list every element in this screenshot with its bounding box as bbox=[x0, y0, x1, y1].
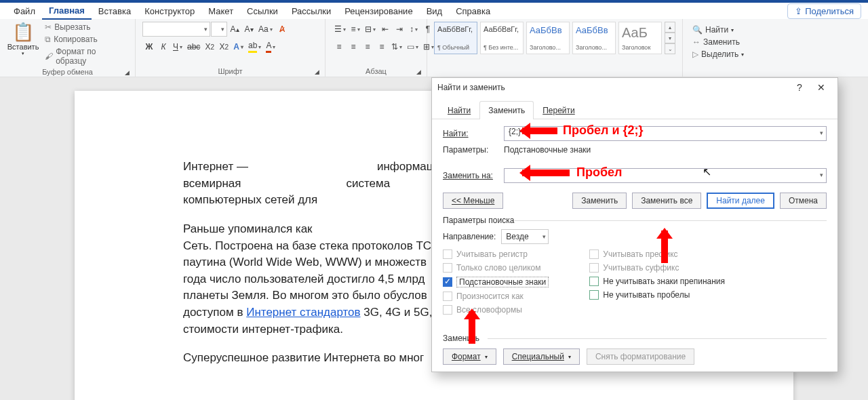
checkbox-label: Учитывать суффикс bbox=[603, 263, 679, 273]
replace-all-button[interactable]: Заменить все bbox=[632, 193, 701, 209]
params-value: Подстановочные знаки bbox=[504, 145, 591, 155]
dialog-launcher-icon[interactable]: ◢ bbox=[125, 69, 130, 76]
grow-font-button[interactable]: A▴ bbox=[228, 22, 241, 37]
line-spacing-button[interactable]: ⇅ bbox=[389, 39, 404, 54]
shading-button[interactable]: ▭ bbox=[405, 39, 420, 54]
cancel-button[interactable]: Отмена bbox=[780, 193, 827, 209]
style-nospacing[interactable]: АаБбВвГг,¶ Без инте... bbox=[480, 22, 524, 54]
copy-button[interactable]: ⧉Копировать bbox=[42, 34, 128, 45]
checkbox-box bbox=[443, 263, 452, 273]
italic-button[interactable]: К bbox=[157, 39, 170, 54]
style-normal[interactable]: АаБбВвГг,¶ Обычный bbox=[434, 22, 477, 54]
style-heading1[interactable]: АаБбВвЗаголово... bbox=[526, 22, 570, 54]
bullets-button[interactable]: ☰ bbox=[332, 22, 348, 37]
text-effects-button[interactable]: A bbox=[231, 39, 245, 54]
dialog-title-bar[interactable]: Найти и заменить ? ✕ bbox=[432, 78, 837, 97]
checkbox-option[interactable]: Не учитывать пробелы bbox=[589, 290, 725, 300]
replace-button[interactable]: ↔Заменить bbox=[690, 37, 747, 47]
tab-references[interactable]: Ссылки bbox=[240, 3, 285, 19]
select-button[interactable]: ▷Выделить ▾ bbox=[690, 49, 747, 60]
tab-insert[interactable]: Вставка bbox=[92, 3, 138, 19]
highlight-button[interactable]: ab bbox=[246, 39, 263, 54]
checkbox-label: Не учитывать знаки препинания bbox=[603, 277, 725, 286]
subscript-button[interactable]: X2 bbox=[203, 39, 216, 54]
options-left: Учитывать регистрТолько слово целикомПод… bbox=[443, 249, 549, 315]
clear-formatting-button[interactable]: A̷ bbox=[275, 22, 289, 37]
tab-file[interactable]: Файл bbox=[7, 3, 42, 19]
font-size-combo[interactable] bbox=[211, 22, 227, 37]
checkbox-box bbox=[443, 305, 452, 315]
style-heading2[interactable]: АаБбВвЗаголово... bbox=[572, 22, 616, 54]
paste-button[interactable]: 📋 Вставить▾ bbox=[7, 22, 39, 56]
justify-button[interactable]: ≡ bbox=[375, 39, 389, 54]
tab-home[interactable]: Главная bbox=[42, 3, 92, 20]
search-icon: 🔍 bbox=[692, 25, 703, 35]
brush-icon: 🖌 bbox=[45, 52, 53, 61]
replace-one-button[interactable]: Заменить bbox=[572, 193, 627, 209]
checkbox-box[interactable] bbox=[443, 277, 452, 287]
font-name-combo[interactable] bbox=[142, 22, 210, 37]
change-case-button[interactable]: Aa bbox=[256, 22, 275, 37]
dialog-launcher-icon[interactable]: ◢ bbox=[315, 68, 319, 75]
borders-button[interactable]: ⊞ bbox=[421, 39, 436, 54]
tab-mailings[interactable]: Рассылки bbox=[285, 3, 338, 19]
less-button[interactable]: << Меньше bbox=[443, 193, 503, 209]
tab-review[interactable]: Рецензирование bbox=[338, 3, 419, 19]
show-marks-button[interactable]: ¶ bbox=[421, 22, 435, 37]
share-icon: ⇪ bbox=[795, 6, 802, 16]
styles-scroll[interactable]: ▴▾⌄ bbox=[665, 22, 675, 54]
share-button[interactable]: ⇪Поделиться bbox=[787, 3, 861, 19]
underline-button[interactable]: Ч bbox=[171, 39, 184, 54]
annotation-label: Пробел и {2;} bbox=[563, 123, 644, 138]
format-button[interactable]: Формат▾ bbox=[443, 348, 496, 365]
tab-goto[interactable]: Перейти bbox=[534, 101, 584, 119]
direction-combo[interactable]: Везде bbox=[501, 229, 549, 244]
find-replace-dialog: Найти и заменить ? ✕ Найти Заменить Пере… bbox=[431, 77, 838, 372]
align-right-button[interactable]: ≡ bbox=[361, 39, 374, 54]
find-label: Найти: bbox=[443, 129, 504, 138]
no-formatting-button[interactable]: Снять форматирование bbox=[587, 348, 694, 365]
decrease-indent-button[interactable]: ⇤ bbox=[378, 22, 392, 37]
align-center-button[interactable]: ≡ bbox=[347, 39, 360, 54]
tab-replace[interactable]: Заменить bbox=[479, 101, 534, 119]
cut-button[interactable]: ✂Вырезать bbox=[42, 22, 128, 33]
align-left-button[interactable]: ≡ bbox=[332, 39, 346, 54]
numbering-button[interactable]: ≡ bbox=[349, 22, 362, 37]
checkbox-option[interactable]: Подстановочные знаки bbox=[443, 277, 549, 287]
increase-indent-button[interactable]: ⇥ bbox=[393, 22, 406, 37]
close-icon[interactable]: ✕ bbox=[810, 82, 832, 93]
hyperlink[interactable]: Интернет стандартов bbox=[246, 306, 360, 319]
sort-button[interactable]: ↕ bbox=[407, 22, 420, 37]
tab-find[interactable]: Найти bbox=[439, 101, 479, 119]
superscript-button[interactable]: X2 bbox=[217, 39, 231, 54]
dialog-launcher-icon[interactable]: ◢ bbox=[416, 68, 421, 75]
checkbox-option: Произносится как bbox=[443, 292, 549, 301]
replace-section-header: Заменить bbox=[443, 334, 827, 343]
tab-layout[interactable]: Макет bbox=[201, 3, 240, 19]
strikethrough-button[interactable]: abc bbox=[185, 39, 202, 54]
font-color-button[interactable]: A bbox=[264, 39, 277, 54]
format-painter-button[interactable]: 🖌Формат по образцу bbox=[42, 46, 128, 66]
multilevel-button[interactable]: ⊟ bbox=[363, 22, 378, 37]
special-button[interactable]: Специальный▾ bbox=[503, 348, 580, 365]
group-styles: АаБбВвГг,¶ Обычный АаБбВвГг,¶ Без инте..… bbox=[427, 19, 683, 77]
tab-design[interactable]: Конструктор bbox=[138, 3, 201, 19]
params-label: Параметры: bbox=[443, 145, 504, 155]
shrink-font-button[interactable]: A▾ bbox=[242, 22, 256, 37]
checkbox-option: Только слово целиком bbox=[443, 263, 549, 273]
tab-help[interactable]: Справка bbox=[449, 3, 497, 19]
checkbox-box bbox=[443, 292, 452, 301]
replace-label: Заменить на: bbox=[443, 171, 504, 180]
options-right: Учитывать префиксУчитывать суффиксНе учи… bbox=[589, 249, 725, 315]
style-title[interactable]: АаБЗаголовок bbox=[618, 22, 662, 54]
find-next-button[interactable]: Найти далее bbox=[707, 193, 774, 209]
copy-icon: ⧉ bbox=[45, 35, 51, 44]
help-button[interactable]: ? bbox=[789, 82, 810, 93]
bold-button[interactable]: Ж bbox=[142, 39, 156, 54]
checkbox-box[interactable] bbox=[589, 277, 599, 286]
checkbox-box[interactable] bbox=[589, 290, 599, 300]
find-button[interactable]: 🔍Найти ▾ bbox=[690, 24, 747, 35]
tab-view[interactable]: Вид bbox=[420, 3, 450, 19]
replace-icon: ↔ bbox=[692, 37, 701, 47]
checkbox-option[interactable]: Не учитывать знаки препинания bbox=[589, 277, 725, 286]
